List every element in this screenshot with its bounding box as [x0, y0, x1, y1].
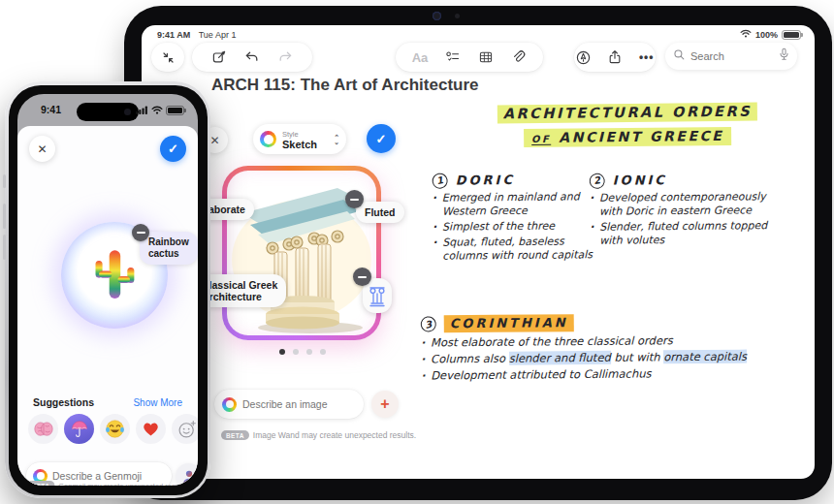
battery-icon [782, 30, 801, 40]
suggestions-header: Suggestions Show More [33, 396, 182, 408]
wifi-icon [740, 29, 752, 40]
show-more-link[interactable]: Show More [133, 397, 182, 408]
add-emoji-icon [177, 420, 197, 439]
check-icon: ✓ [376, 132, 387, 146]
text-format-button[interactable]: Aa [410, 47, 430, 67]
markup-icon[interactable] [574, 47, 593, 67]
close-icon: ✕ [209, 134, 219, 147]
table-button[interactable] [476, 47, 496, 67]
ipad-camera [433, 12, 460, 20]
describe-image-field[interactable] [214, 390, 364, 419]
remove-fluted-button[interactable] [345, 190, 364, 208]
collapse-button[interactable] [151, 43, 184, 72]
ionic-title: 2 IONIC [590, 172, 774, 189]
remove-genmoji-tag-button[interactable] [132, 224, 149, 241]
wifi-icon [151, 106, 163, 114]
actions-toolbar: ••• [574, 43, 656, 72]
volume-up-button [3, 204, 6, 229]
heading-line2: OFANCIENT GREECE [524, 127, 732, 147]
doric-title: 1 DORIC [433, 172, 593, 188]
volume-down-button [3, 235, 6, 260]
close-icon: ✕ [37, 142, 47, 156]
section-corinthian: 3 CORINTHIAN Most elaborate of the three… [421, 312, 756, 385]
create-emoji-suggestion[interactable] [172, 414, 198, 444]
apple-intelligence-icon [260, 131, 276, 147]
search-bar[interactable] [665, 43, 797, 70]
corinthian-bullet: Development attributed to Callimachus [421, 365, 755, 383]
beta-badge: BETA [221, 430, 249, 440]
corinthian-title: 3 CORINTHIAN [421, 312, 755, 332]
umbrella-emoji-suggestion[interactable] [64, 414, 94, 444]
ipad-time: 9:41 AM [157, 30, 190, 40]
ipad-date: Tue Apr 1 [199, 30, 237, 40]
suggestions-label: Suggestions [33, 396, 94, 408]
genmoji-close-button[interactable]: ✕ [29, 136, 55, 162]
plus-icon: + [380, 395, 389, 413]
attachment-button[interactable] [509, 47, 529, 67]
iphone-screen: 9:41 ✕ [17, 94, 198, 486]
remove-thumbnail-button[interactable] [353, 268, 371, 286]
mute-switch [3, 174, 6, 188]
heading-line1: ARCHITECTURAL ORDERS [497, 103, 758, 124]
battery-percent: 100% [755, 30, 778, 40]
tag-fluted[interactable]: Fluted [356, 202, 404, 223]
doric-bullet: Simplest of the three [433, 219, 593, 234]
genmoji-sheet: ✕ ✓ [17, 126, 198, 486]
redo-button[interactable] [275, 47, 295, 67]
corinthian-bullet: Columns also slender and fluted but with… [421, 349, 755, 366]
page-dots[interactable] [279, 349, 326, 355]
section-doric: 1 DORIC Emerged in mainland and Western … [433, 172, 593, 265]
emoji-suggestions-row [28, 414, 198, 444]
ipad-status-left: 9:41 AM Tue Apr 1 [157, 30, 236, 40]
apple-intelligence-icon [222, 397, 237, 412]
share-icon[interactable] [606, 47, 625, 67]
image-wand-disclaimer: BETA Image Wand may create unexpected re… [221, 430, 416, 440]
rainbow-cactus-genmoji [88, 245, 141, 305]
dynamic-island [77, 103, 139, 121]
genmoji-confirm-button[interactable]: ✓ [160, 136, 186, 162]
umbrella-icon [70, 420, 89, 439]
iphone-status-bar: 9:41 [17, 103, 198, 118]
describe-image-input[interactable] [242, 398, 373, 410]
style-selector[interactable]: Style Sketch ⌃⌃ [253, 124, 346, 154]
compose-button[interactable] [209, 47, 229, 67]
style-value: Sketch [282, 140, 328, 149]
format-toolbar: Aa [396, 43, 543, 72]
iphone-device: 9:41 ✕ [5, 81, 210, 498]
edit-toolbar [192, 43, 312, 72]
search-icon [673, 47, 686, 65]
battery-icon [166, 106, 184, 115]
chevron-up-down-icon: ⌃⌃ [334, 135, 339, 144]
image-wand-confirm-button[interactable]: ✓ [367, 124, 396, 153]
checklist-button[interactable] [443, 47, 463, 67]
mic-icon[interactable] [779, 47, 789, 65]
more-button[interactable]: ••• [637, 47, 656, 67]
note-title: ARCH 115: The Art of Architecture [211, 76, 479, 95]
doric-bullet: Emerged in mainland and Western Greece [433, 190, 593, 218]
ionic-bullet: Slender, fluted columns topped with volu… [590, 219, 774, 248]
notes-heading: ARCHITECTURAL ORDERS OFANCIENT GREECE [438, 101, 815, 148]
corinthian-bullet: Most elaborate of the three classical or… [421, 332, 755, 350]
laughing-face-icon [105, 419, 125, 439]
collapse-icon [158, 47, 177, 67]
check-icon: ✓ [168, 142, 178, 156]
brain-emoji-suggestion[interactable] [28, 414, 58, 444]
brain-icon [34, 422, 53, 437]
undo-button[interactable] [242, 47, 262, 67]
heart-icon [142, 421, 160, 437]
iphone-time: 9:41 [41, 104, 61, 115]
column-sketch-icon [368, 282, 387, 307]
iphone-status-icons [136, 106, 184, 115]
search-input[interactable] [690, 50, 774, 62]
doric-bullet: Squat, fluted, baseless columns with rou… [433, 235, 593, 263]
genmoji-disclaimer: BETA Genmoji may create unexpected resul… [26, 481, 188, 486]
add-image-button[interactable]: + [371, 391, 399, 418]
ionic-bullet: Developed contemporaneously with Doric i… [590, 190, 774, 219]
stage: 9:41 AM Tue Apr 1 100% [0, 0, 834, 504]
cellular-icon [136, 106, 148, 114]
laughing-emoji-suggestion[interactable] [100, 414, 130, 444]
section-ionic: 2 IONIC Developed contemporaneously with… [590, 172, 775, 250]
ipad-status-right: 100% [740, 29, 801, 40]
heart-emoji-suggestion[interactable] [136, 414, 166, 444]
style-label: Style [282, 130, 328, 140]
